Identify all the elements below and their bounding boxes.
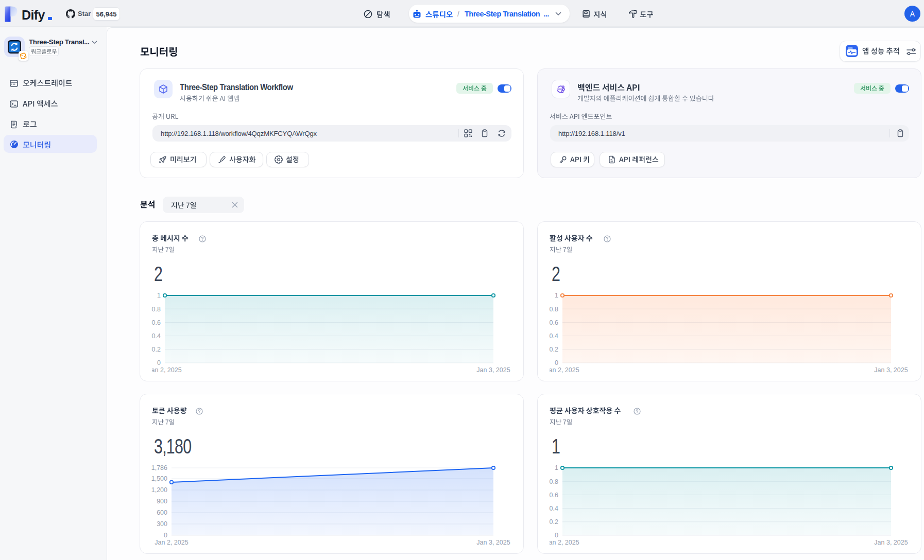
svg-text:Jan 2, 2025: Jan 2, 2025	[155, 539, 188, 546]
svg-text:0.4: 0.4	[152, 332, 161, 340]
svg-text:0.8: 0.8	[550, 478, 558, 485]
svg-text:1,786: 1,786	[151, 464, 167, 471]
svg-text:1,500: 1,500	[151, 475, 167, 482]
svg-text:600: 600	[157, 509, 167, 516]
svg-text:0.8: 0.8	[550, 306, 558, 313]
svg-text:Jan 2, 2025: Jan 2, 2025	[545, 366, 579, 374]
svg-text:1,200: 1,200	[151, 486, 167, 494]
svg-text:0: 0	[555, 532, 558, 539]
svg-text:0: 0	[164, 532, 167, 539]
svg-text:0.4: 0.4	[550, 332, 558, 340]
svg-text:0.6: 0.6	[550, 319, 558, 326]
svg-text:Jan 3, 2025: Jan 3, 2025	[874, 539, 908, 546]
svg-text:0: 0	[157, 359, 161, 366]
svg-text:0: 0	[555, 359, 558, 366]
svg-text:0.6: 0.6	[152, 319, 161, 326]
svg-text:Jan 3, 2025: Jan 3, 2025	[476, 366, 510, 374]
svg-text:0.4: 0.4	[550, 505, 558, 512]
svg-text:Jan 2, 2025: Jan 2, 2025	[545, 539, 579, 546]
svg-text:0.6: 0.6	[550, 492, 558, 499]
svg-text:300: 300	[157, 520, 167, 528]
svg-text:0.8: 0.8	[152, 306, 161, 313]
svg-text:Jan 2, 2025: Jan 2, 2025	[148, 366, 181, 374]
svg-text:900: 900	[157, 498, 167, 505]
svg-text:0.2: 0.2	[550, 518, 558, 526]
svg-text:1: 1	[157, 292, 161, 299]
svg-text:1: 1	[555, 292, 558, 299]
svg-text:0.2: 0.2	[550, 346, 558, 353]
svg-text:Jan 3, 2025: Jan 3, 2025	[476, 539, 510, 546]
svg-text:Jan 3, 2025: Jan 3, 2025	[874, 366, 908, 374]
svg-text:1: 1	[555, 464, 558, 471]
svg-text:0.2: 0.2	[152, 346, 161, 353]
